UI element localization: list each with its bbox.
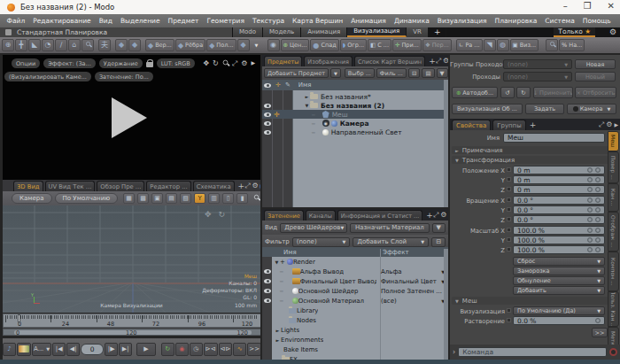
preview-options-button[interactable]: Опции xyxy=(12,58,40,68)
preview-lut-button[interactable]: LUT: sRGB xyxy=(157,58,195,68)
view-dropdown[interactable]: Древо Шейдеров▼ xyxy=(280,223,347,233)
vp-icon-1[interactable]: ▦ xyxy=(123,193,135,204)
zoom-view-icon[interactable] xyxy=(222,59,229,68)
vp-axis-icon[interactable]: Y xyxy=(194,193,205,204)
vp-icon-6[interactable]: ▥ xyxy=(208,193,220,204)
pos-x-field[interactable]: 0 m xyxy=(513,166,605,174)
item-row-camera[interactable]: ─ ◉ Камера xyxy=(262,119,448,128)
vtab-user-channels[interactable]: Польз. Кан ... xyxy=(608,291,619,327)
menu-geometry[interactable]: Геометрия xyxy=(203,17,249,25)
dissolve-field[interactable]: 0.0 % xyxy=(513,316,605,325)
layout-tab-vr[interactable]: VR xyxy=(407,27,429,37)
pos-z-chk[interactable] xyxy=(507,187,511,191)
pos-y-chk[interactable] xyxy=(507,177,511,182)
actor-icon[interactable]: 夫 xyxy=(98,39,111,51)
record-macro-icon[interactable] xyxy=(609,348,617,356)
shading-row-alpha[interactable]: ─ Альфа Вывод Альфа▼ xyxy=(262,267,448,276)
falloff-button[interactable]: ●Спад xyxy=(310,39,338,51)
vp-pan-icon[interactable]: ✥ xyxy=(205,210,212,219)
filter-dropdown[interactable]: (none)▼ xyxy=(292,237,351,247)
preview-gear-icon[interactable]: ⚙ xyxy=(241,59,247,68)
scl-x-field[interactable]: 100.0 % xyxy=(513,226,605,235)
item-row-light[interactable]: ─ Направленный Свет xyxy=(262,128,448,136)
tab-properties[interactable]: Свойства xyxy=(452,120,491,130)
eye-icon[interactable] xyxy=(264,279,271,283)
shading-row-base-material[interactable]: ─ Основной Материал (все)▼ xyxy=(262,296,448,306)
assign-material-button[interactable]: Назначить Материал xyxy=(350,223,429,233)
eye-icon[interactable] xyxy=(264,121,271,126)
lock-icon[interactable] xyxy=(146,62,153,67)
pos-y-field[interactable]: 0 m xyxy=(513,175,605,184)
properties-tab-add[interactable]: + xyxy=(530,120,537,130)
edges-mode-button[interactable]: ◆Рёбра xyxy=(175,39,205,51)
vp-icon-8[interactable]: ▮ xyxy=(236,193,248,204)
select-button[interactable]: Выбр ... xyxy=(345,68,375,78)
prop-arrow-icon[interactable]: ▶ xyxy=(614,120,618,130)
vtab-surface[interactable]: Повер ... xyxy=(608,151,619,183)
vp-expand-icon[interactable]: ⤢ xyxy=(244,181,250,191)
menu-vertexmap[interactable]: Карта Вершин xyxy=(289,17,347,25)
center-button[interactable]: ⊕Цен... xyxy=(281,39,310,51)
go-end-button[interactable]: ▶| xyxy=(119,343,132,356)
vp-icon-3[interactable]: ▣ xyxy=(151,193,163,204)
command-input[interactable]: Команда xyxy=(458,347,607,357)
eye-icon[interactable] xyxy=(264,112,271,117)
menu-view[interactable]: Вид xyxy=(95,17,116,25)
workplane-button[interactable]: ∟Ра ... xyxy=(456,39,483,51)
zoom-tool-icon[interactable] xyxy=(81,39,94,51)
key-out-icon[interactable]: ⊲⊳ xyxy=(219,343,233,356)
nav-button[interactable]: %На... xyxy=(559,39,585,51)
scl-z-chk[interactable] xyxy=(507,247,511,252)
symmetry-button[interactable]: ◧С ... xyxy=(368,39,391,51)
menu-render[interactable]: Визуализация xyxy=(433,17,491,25)
dissolve-chk[interactable] xyxy=(507,318,511,322)
menu-help[interactable]: Помощь xyxy=(578,17,615,25)
default-shading-button[interactable]: По Умолчанию xyxy=(55,193,119,204)
tab-channels[interactable]: Каналы xyxy=(306,210,336,221)
menu-file[interactable]: Файл xyxy=(3,17,29,25)
filter-button[interactable]: Филь ... xyxy=(376,68,407,78)
vp-icon-4[interactable]: ▤ xyxy=(166,193,177,204)
vtab-mesh[interactable]: Меш xyxy=(608,131,619,151)
prev-key-button[interactable]: ◀| xyxy=(66,343,80,356)
collapse-icon[interactable]: ⊟ xyxy=(408,68,420,78)
item-row-untitled2[interactable]: ▼Без названия (2) xyxy=(262,101,448,110)
panel-arrow-icon[interactable]: ▶ xyxy=(251,59,255,68)
menu-item[interactable]: Предмет xyxy=(164,17,203,25)
preview-button[interactable]: ▣Виз... xyxy=(510,39,539,51)
minimize-button[interactable]: – xyxy=(563,0,568,14)
current-frame-field[interactable]: 0 xyxy=(81,344,104,355)
layout-tab-animation[interactable]: Анимация xyxy=(301,27,347,37)
shading-funnel-icon[interactable]: ▼ xyxy=(432,223,446,233)
menu-select[interactable]: Выделение xyxy=(116,17,164,25)
apply-button[interactable]: ↓Применить xyxy=(533,87,573,98)
shading-row-nodes[interactable]: Nodes xyxy=(262,315,448,325)
rotate-tool-icon[interactable]: ◔ xyxy=(42,39,54,51)
tab-vertex-maps[interactable]: Список Карт Вершин xyxy=(354,56,425,66)
track-arrow2-icon[interactable]: ↻ xyxy=(516,87,531,98)
notes-section[interactable]: ►Примечания xyxy=(452,146,609,154)
new-group-button[interactable]: Новая xyxy=(575,59,616,69)
rot-x-field[interactable]: 0.0 ° xyxy=(513,196,605,205)
add-item-button[interactable]: Добавить Предмет xyxy=(264,68,329,78)
preview-effect-button[interactable]: Эффект: (За... xyxy=(43,58,96,68)
shading-mode-button[interactable]: Затенение: По... xyxy=(95,72,153,81)
render-camera-button[interactable]: (Визуализировать Каме... xyxy=(4,72,91,81)
list-icon[interactable]: ▤ xyxy=(422,68,434,78)
funnel-icon[interactable]: ▼ xyxy=(437,68,448,78)
expand-icon[interactable]: ⤢ xyxy=(232,59,237,68)
tab-images[interactable]: Изображения xyxy=(304,56,353,66)
vtab-display[interactable]: Отображ ... xyxy=(608,212,619,252)
add-layer-dropdown[interactable]: Добавить Слой▼ xyxy=(353,237,429,247)
curve-icon[interactable]: ∿ xyxy=(233,343,246,356)
transport-more-button[interactable]: >> xyxy=(247,343,261,356)
layout-tab-render[interactable]: Визуализация xyxy=(347,27,407,37)
tab-items[interactable]: Предметы xyxy=(264,56,302,66)
zero-dropdown[interactable]: Обнуление▼ xyxy=(513,276,605,285)
gradient-icon[interactable] xyxy=(17,343,31,356)
add-channel-icon[interactable]: ✛ xyxy=(274,111,280,119)
cube-mode2-icon[interactable]: ◆ xyxy=(128,39,141,51)
items-tab-add[interactable]: + xyxy=(429,56,436,66)
vertices-mode-button[interactable]: ◆Вер... xyxy=(145,39,174,51)
mesh-section[interactable]: ▼Меш xyxy=(452,297,609,305)
